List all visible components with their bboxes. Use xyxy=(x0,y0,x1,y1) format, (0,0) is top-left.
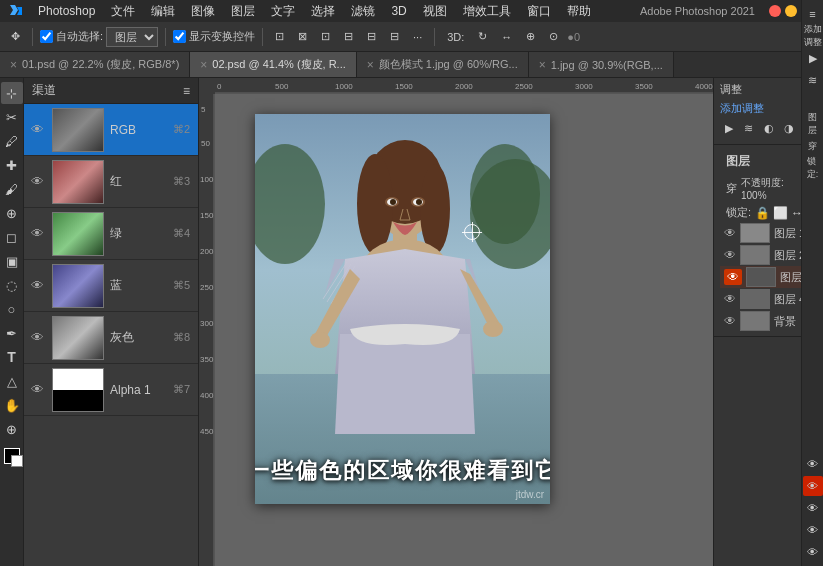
channel-blue[interactable]: 👁 蓝 ⌘5 xyxy=(24,260,198,312)
show-controls-checkbox[interactable] xyxy=(173,30,186,43)
rotate-btn[interactable]: ↻ xyxy=(473,25,492,49)
panel-btn-eye2[interactable]: 👁 xyxy=(803,476,823,496)
align-left-btn[interactable]: ⊡ xyxy=(270,25,289,49)
blur-tool[interactable]: ◌ xyxy=(1,274,23,296)
align-right-btn[interactable]: ⊡ xyxy=(316,25,335,49)
clone-tool[interactable]: ⊕ xyxy=(1,202,23,224)
panel-btn-3[interactable]: ▶ xyxy=(803,48,823,68)
channel-green[interactable]: 👁 绿 ⌘4 xyxy=(24,208,198,260)
svg-point-46 xyxy=(390,199,396,205)
more-btn[interactable]: ··· xyxy=(408,25,427,49)
menu-3d[interactable]: 3D xyxy=(383,0,414,22)
menu-layer[interactable]: 图层 xyxy=(223,0,263,22)
lock-pixel-icon[interactable]: ⬜ xyxy=(773,206,788,220)
menu-file[interactable]: 文件 xyxy=(103,0,143,22)
align-center-btn[interactable]: ⊠ xyxy=(293,25,312,49)
selection-tool[interactable]: ⊹ xyxy=(1,82,23,104)
layer-eye-5[interactable]: 👁 xyxy=(724,314,736,328)
tab-3[interactable]: × 颜色模式 1.jpg @ 60%/RG... xyxy=(357,52,529,77)
channel-eye-green[interactable]: 👁 xyxy=(28,225,46,243)
watermark: jtdw.cr xyxy=(516,489,544,500)
menu-select[interactable]: 选择 xyxy=(303,0,343,22)
channel-eye-rgb[interactable]: 👁 xyxy=(28,121,46,139)
channel-eye-red[interactable]: 👁 xyxy=(28,173,46,191)
ruler-corner xyxy=(199,78,215,94)
text-tool[interactable]: T xyxy=(1,346,23,368)
zoom-btn[interactable]: ⊕ xyxy=(521,25,540,49)
channel-shortcut-rgb: ⌘2 xyxy=(173,123,190,136)
channel-red[interactable]: 👁 红 ⌘3 xyxy=(24,156,198,208)
panel-btn-eye1[interactable]: 👁 xyxy=(803,454,823,474)
adjust-icon-1[interactable]: ▶ xyxy=(720,119,737,137)
adjust-icon-2[interactable]: ≋ xyxy=(740,119,757,137)
menu-edit[interactable]: 编辑 xyxy=(143,0,183,22)
lock-pos-icon[interactable]: 🔒 xyxy=(755,206,770,220)
dodge-tool[interactable]: ○ xyxy=(1,298,23,320)
channels-menu-icon[interactable]: ≡ xyxy=(183,84,190,98)
brush-tool[interactable]: 🖌 xyxy=(1,178,23,200)
panel-btn-eye5[interactable]: 👁 xyxy=(803,542,823,562)
menu-window[interactable]: 窗口 xyxy=(519,0,559,22)
panel-btn-7[interactable]: 锁定: xyxy=(803,158,823,178)
menu-image[interactable]: 图像 xyxy=(183,0,223,22)
svg-text:500: 500 xyxy=(275,82,289,91)
crop-tool[interactable]: ✂ xyxy=(1,106,23,128)
adjust-icon-3[interactable]: ◐ xyxy=(760,119,777,137)
panel-btn-4[interactable]: ≋ xyxy=(803,70,823,90)
menu-text[interactable]: 文字 xyxy=(263,0,303,22)
background-color[interactable] xyxy=(11,455,23,467)
panel-btn-5[interactable]: 图层 xyxy=(803,114,823,134)
layer-eye-2[interactable]: 👁 xyxy=(724,248,736,262)
channel-eye-gray[interactable]: 👁 xyxy=(28,329,46,347)
foreground-color[interactable] xyxy=(4,448,20,464)
channel-gray[interactable]: 👁 灰色 ⌘8 xyxy=(24,312,198,364)
adjust-icon-4[interactable]: ◑ xyxy=(780,119,797,137)
layer-eye-3[interactable]: 👁 xyxy=(724,269,742,285)
pen-tool[interactable]: ✒ xyxy=(1,322,23,344)
channel-eye-alpha[interactable]: 👁 xyxy=(28,381,46,399)
tab-4[interactable]: × 1.jpg @ 30.9%(RGB,... xyxy=(529,52,674,77)
panel-btn-6[interactable]: 穿 xyxy=(803,136,823,156)
tab-close-3[interactable]: × xyxy=(367,58,374,72)
channel-eye-blue[interactable]: 👁 xyxy=(28,277,46,295)
tab-2[interactable]: × 02.psd @ 41.4% (瘦皮, R... xyxy=(190,52,356,77)
gradient-tool[interactable]: ▣ xyxy=(1,250,23,272)
canvas-area: 0 500 1000 1500 2000 2500 3000 3500 4000… xyxy=(199,78,713,566)
align-top-btn[interactable]: ⊟ xyxy=(339,25,358,49)
left-tools: ⊹ ✂ 🖊 ✚ 🖌 ⊕ ◻ ▣ ◌ ○ ✒ T △ ✋ ⊕ xyxy=(0,78,24,566)
eraser-tool[interactable]: ◻ xyxy=(1,226,23,248)
3d-btn[interactable]: 3D: xyxy=(442,25,469,49)
canvas-content[interactable]: 一些偏色的区域你很难看到它 jtdw.cr xyxy=(215,94,713,566)
channel-alpha[interactable]: 👁 Alpha 1 ⌘7 xyxy=(24,364,198,416)
layer-eye-1[interactable]: 👁 xyxy=(724,226,736,240)
align-vcenter-btn[interactable]: ⊟ xyxy=(362,25,381,49)
path-tool[interactable]: △ xyxy=(1,370,23,392)
align-bottom-btn[interactable]: ⊟ xyxy=(385,25,404,49)
panel-btn-1[interactable]: ≡ xyxy=(803,4,823,24)
layer-eye-4[interactable]: 👁 xyxy=(724,292,736,306)
tab-close-2[interactable]: × xyxy=(200,58,207,72)
zoom-tool[interactable]: ⊕ xyxy=(1,418,23,440)
pan-btn[interactable]: ↔ xyxy=(496,25,517,49)
camera-btn[interactable]: ⊙ xyxy=(544,25,563,49)
menu-photoshop[interactable]: Photoshop xyxy=(30,0,103,22)
panel-btn-eye4[interactable]: 👁 xyxy=(803,520,823,540)
hand-tool[interactable]: ✋ xyxy=(1,394,23,416)
menu-view[interactable]: 视图 xyxy=(415,0,455,22)
panel-btn-2[interactable]: 添加调整 xyxy=(803,26,823,46)
healing-tool[interactable]: ✚ xyxy=(1,154,23,176)
eyedropper-tool[interactable]: 🖊 xyxy=(1,130,23,152)
layer-dropdown[interactable]: 图层 xyxy=(106,27,158,47)
tab-close-1[interactable]: × xyxy=(10,58,17,72)
menu-plugins[interactable]: 增效工具 xyxy=(455,0,519,22)
menu-help[interactable]: 帮助 xyxy=(559,0,599,22)
panel-btn-eye3[interactable]: 👁 xyxy=(803,498,823,518)
auto-select-area: 自动选择: 图层 xyxy=(40,27,158,47)
menu-filter[interactable]: 滤镜 xyxy=(343,0,383,22)
tab-close-4[interactable]: × xyxy=(539,58,546,72)
auto-select-checkbox[interactable] xyxy=(40,30,53,43)
tab-1[interactable]: × 01.psd @ 22.2% (瘦皮, RGB/8*) xyxy=(0,52,190,77)
move-tool-btn[interactable]: ✥ xyxy=(6,25,25,49)
channels-title: 渠道 xyxy=(32,82,56,99)
channel-rgb[interactable]: 👁 RGB ⌘2 xyxy=(24,104,198,156)
